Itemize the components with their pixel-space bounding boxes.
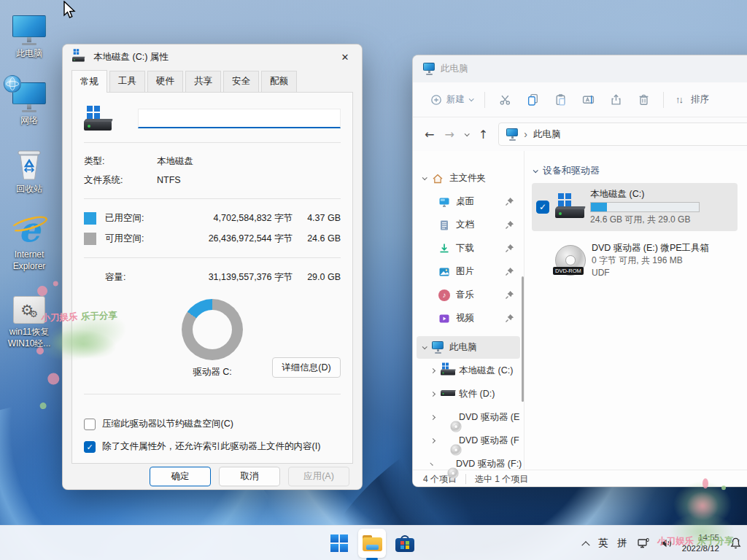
desktop-icon-win11-restore[interactable]: ⚙⚙ win11恢复 WIN10经... xyxy=(1,290,57,349)
sort-button[interactable]: ↑↓ 排序 xyxy=(670,89,715,110)
sidebar-scrollbar[interactable] xyxy=(522,276,524,402)
breadcrumb-chevron: › xyxy=(524,128,527,140)
sidebar-item-label: 视频 xyxy=(456,312,474,324)
file-item-dvd-e[interactable]: DVD-ROM DVD 驱动器 (E:) 微PE工具箱 0 字节 可用, 共 1… xyxy=(532,237,738,284)
volume-tray-icon[interactable] xyxy=(659,537,673,550)
explorer-navbar: ← → ↑ › 此电脑 xyxy=(413,117,747,151)
dvd-icon xyxy=(438,458,450,470)
gears-icon: ⚙⚙ xyxy=(13,296,45,324)
rename-icon xyxy=(582,93,595,106)
capacity-bytes: 31,139,557,376 字节 xyxy=(209,271,293,284)
desktop-icon-internet-explorer[interactable]: e Internet Explorer xyxy=(1,213,57,272)
tab-hardware[interactable]: 硬件 xyxy=(147,71,183,92)
apply-button[interactable]: 应用(A) xyxy=(288,467,349,486)
cancel-button[interactable]: 取消 xyxy=(219,467,280,486)
pin-icon xyxy=(505,197,514,206)
notification-bell[interactable]: z xyxy=(729,537,743,551)
drive-d-icon xyxy=(441,386,453,402)
new-button[interactable]: 新建 xyxy=(425,89,479,110)
file-item-drive-c[interactable]: 本地磁盘 (C:) 24.6 GB 可用, 共 29.0 GB xyxy=(532,183,738,231)
volume-label-input[interactable] xyxy=(138,109,341,128)
explorer-body: 主文件夹 桌面 文档 下载 xyxy=(413,151,747,470)
index-checkbox[interactable] xyxy=(84,441,96,453)
sidebar-item-this-pc[interactable]: 此电脑 xyxy=(417,336,520,359)
sidebar-item-dvd-f2[interactable]: DVD 驱动器 (F:) xyxy=(417,453,520,475)
sort-label: 排序 xyxy=(691,93,709,106)
trash-icon xyxy=(638,93,650,106)
ime-mode-indicator[interactable]: 拼 xyxy=(617,537,627,550)
taskbar-file-explorer[interactable] xyxy=(358,529,386,558)
network-tray-icon[interactable] xyxy=(637,537,650,550)
usage-donut xyxy=(182,299,243,360)
group-devices-and-drives[interactable]: 设备和驱动器 xyxy=(533,164,747,177)
desktop: 此电脑 网络 回收站 e Internet Explorer ⚙⚙ win11恢… xyxy=(0,0,747,560)
chevron-down-icon xyxy=(422,175,427,180)
share-button[interactable] xyxy=(602,89,630,111)
cut-button[interactable] xyxy=(491,89,519,111)
sidebar-item-music[interactable]: ♪ 音乐 xyxy=(417,284,520,306)
free-space-row: 可用空间: 26,436,972,544 字节 24.6 GB xyxy=(84,228,341,249)
desktop-icon-label: 网络 xyxy=(1,115,57,127)
sidebar-item-home[interactable]: 主文件夹 xyxy=(417,167,520,190)
nav-history-chevron[interactable] xyxy=(464,131,469,136)
sidebar-item-documents[interactable]: 文档 xyxy=(417,214,520,236)
paste-button[interactable] xyxy=(546,89,574,111)
clock[interactable]: 14:55 2022/8/12 xyxy=(682,532,719,554)
dvd-rom-badge: DVD-ROM xyxy=(553,267,584,275)
capacity-label: 容量: xyxy=(105,271,185,284)
forward-button[interactable]: → xyxy=(444,128,454,141)
chevron-right-icon xyxy=(430,462,433,465)
internet-explorer-icon: e xyxy=(12,213,47,246)
taskbar-microsoft-store[interactable] xyxy=(391,529,419,558)
rename-button[interactable] xyxy=(574,89,602,111)
desktop-icon-network[interactable]: 网络 xyxy=(1,79,57,127)
delete-button[interactable] xyxy=(630,89,657,111)
sidebar-item-drive-c[interactable]: 本地磁盘 (C:) xyxy=(417,359,520,382)
dialog-footer: 确定 取消 应用(A) xyxy=(63,464,362,489)
selection-checkbox[interactable] xyxy=(536,201,549,214)
sidebar-item-downloads[interactable]: 下载 xyxy=(417,237,520,260)
drive-label: 驱动器 C: xyxy=(193,366,231,378)
tab-quota[interactable]: 配额 xyxy=(261,71,297,92)
sidebar-item-label: 软件 (D:) xyxy=(459,388,495,400)
item-name: 本地磁盘 (C:) xyxy=(590,187,700,201)
clock-date: 2022/8/12 xyxy=(682,543,719,554)
capacity-meter-fill xyxy=(591,203,607,211)
sidebar-item-dvd-e[interactable]: DVD 驱动器 (E xyxy=(417,406,520,429)
explorer-titlebar[interactable]: 此电脑 xyxy=(413,55,747,82)
up-button[interactable]: ↑ xyxy=(479,128,488,141)
tab-sharing[interactable]: 共享 xyxy=(185,71,221,92)
tab-general[interactable]: 常规 xyxy=(71,70,107,93)
this-pc-icon xyxy=(423,63,435,75)
dialog-titlebar[interactable]: 本地磁盘 (C:) 属性 ✕ xyxy=(63,44,362,70)
used-space-label: 已用空间: xyxy=(105,212,185,225)
back-button[interactable]: ← xyxy=(425,128,434,141)
ime-language-indicator[interactable]: 英 xyxy=(598,537,608,550)
tab-tools[interactable]: 工具 xyxy=(109,71,145,92)
compress-checkbox-row[interactable]: 压缩此驱动器以节约磁盘空间(C) xyxy=(84,418,341,430)
used-space-size: 4.37 GB xyxy=(293,213,341,223)
sidebar-item-desktop[interactable]: 桌面 xyxy=(417,190,520,213)
system-tray: 英 拼 14:55 2022/8/12 z xyxy=(583,526,743,560)
desktop-icon-this-pc[interactable]: 此电脑 xyxy=(1,12,57,60)
index-checkbox-row[interactable]: 除了文件属性外，还允许索引此驱动器上文件的内容(I) xyxy=(84,440,341,453)
close-button[interactable]: ✕ xyxy=(328,44,362,70)
details-button[interactable]: 详细信息(D) xyxy=(272,357,341,378)
hidden-icons-chevron[interactable] xyxy=(583,540,589,546)
desktop-icon-recycle-bin[interactable]: 回收站 xyxy=(1,147,57,195)
sidebar-item-videos[interactable]: 视频 xyxy=(417,307,520,330)
breadcrumb[interactable]: 此电脑 xyxy=(533,128,561,141)
copy-button[interactable] xyxy=(519,89,546,111)
ok-button[interactable]: 确定 xyxy=(150,467,211,486)
dvd-icon xyxy=(441,411,453,424)
sidebar-item-label: 主文件夹 xyxy=(449,172,486,184)
sidebar-item-drive-d[interactable]: 软件 (D:) xyxy=(417,383,520,405)
sidebar-item-pictures[interactable]: 图片 xyxy=(417,260,520,283)
tab-security[interactable]: 安全 xyxy=(223,71,259,92)
compress-checkbox[interactable] xyxy=(84,419,96,430)
usage-chart-area: 驱动器 C: 详细信息(D) xyxy=(84,299,341,381)
address-bar[interactable]: › 此电脑 xyxy=(498,122,747,146)
sidebar-item-dvd-f[interactable]: DVD 驱动器 (F xyxy=(417,429,520,452)
mouse-cursor xyxy=(63,1,77,20)
start-button[interactable] xyxy=(325,529,353,558)
